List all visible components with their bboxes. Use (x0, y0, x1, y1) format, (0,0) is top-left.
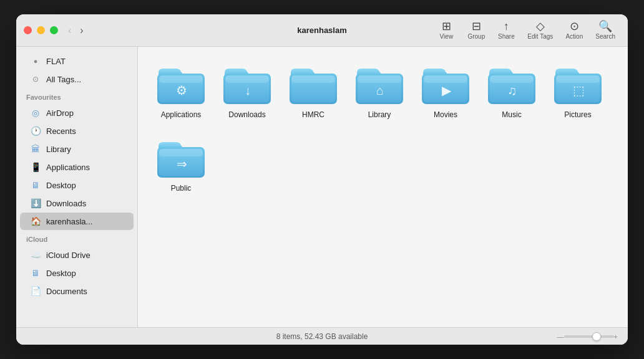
sidebar-item-documents[interactable]: 📄 Documents (20, 282, 134, 300)
file-item-downloads[interactable]: ↓ Downloads (219, 59, 275, 123)
file-name: Downloads (228, 110, 265, 119)
sidebar-item-desktop[interactable]: 🖥 Desktop (20, 176, 134, 194)
file-name: Pictures (564, 110, 591, 119)
svg-text:↓: ↓ (245, 84, 251, 97)
action-button[interactable]: ⊙ Action (560, 18, 588, 42)
desktop-icon: 🖥 (30, 180, 41, 191)
sidebar: ● FLAT ⊙ All Tags... Favourites ◎ AirDro… (16, 47, 138, 327)
tag-icon: ◇ (536, 21, 545, 32)
file-item-hmrc[interactable]: HMRC (285, 59, 341, 123)
applications-label: Applications (46, 163, 90, 172)
toolbar: ⊞ View ⊟ Group ↑ Share ◇ Edit Tags ⊙ Act… (432, 18, 620, 42)
back-button[interactable]: ‹ (66, 24, 74, 37)
file-item-movies[interactable]: ▶ Movies (417, 59, 474, 123)
group-button[interactable]: ⊟ Group (462, 18, 490, 42)
svg-rect-25 (556, 75, 600, 83)
icloud-drive-label: iCloud Drive (46, 251, 90, 260)
sidebar-item-icloud-desktop[interactable]: 🖥 Desktop (20, 264, 134, 282)
minimize-button[interactable] (37, 26, 45, 34)
sidebar-item-downloads[interactable]: ⬇️ Downloads (20, 194, 134, 212)
sidebar-item-flat[interactable]: ● FLAT (20, 52, 134, 70)
svg-text:♫: ♫ (508, 84, 517, 97)
icloud-section: iCloud (16, 231, 137, 246)
folder-icon-hmrc (288, 63, 338, 107)
file-name: Public (171, 184, 192, 193)
sidebar-item-all-tags[interactable]: ⊙ All Tags... (20, 70, 134, 88)
sidebar-item-applications[interactable]: 📱 Applications (20, 158, 134, 176)
traffic-lights (24, 26, 58, 34)
documents-label: Documents (46, 287, 87, 296)
svg-rect-10 (291, 75, 335, 83)
airdrop-label: AirDrop (46, 108, 74, 118)
file-area: ⚙ Applications (138, 47, 628, 327)
sidebar-item-airdrop[interactable]: ◎ AirDrop (20, 104, 134, 122)
svg-text:⇒: ⇒ (177, 157, 187, 171)
downloads-label: Downloads (46, 199, 86, 208)
svg-text:⌂: ⌂ (376, 84, 384, 97)
search-button[interactable]: 🔍 Search (590, 18, 620, 42)
sidebar-item-recents[interactable]: 🕐 Recents (20, 122, 134, 140)
statusbar: 8 items, 52.43 GB available — + (16, 327, 628, 345)
zoom-slider[interactable]: — + (557, 333, 618, 340)
svg-rect-6 (225, 75, 269, 83)
file-item-music[interactable]: ♫ Music (484, 59, 540, 123)
file-item-pictures[interactable]: ⬚ Pictures (550, 59, 606, 123)
finder-window: ‹ › karenhaslam ⊞ View ⊟ Group ↑ Share ◇… (16, 14, 628, 345)
file-name: Applications (161, 110, 202, 119)
slider-thumb[interactable] (592, 332, 601, 341)
folder-icon-music: ♫ (487, 63, 537, 107)
airdrop-icon: ◎ (30, 107, 41, 118)
group-label: Group (467, 33, 485, 40)
file-name: Movies (434, 110, 457, 119)
forward-button[interactable]: › (77, 24, 85, 37)
folder-icon-library: ⌂ (354, 63, 404, 107)
icloud-desktop-icon: 🖥 (30, 267, 41, 279)
sidebar-flat-label: FLAT (46, 57, 66, 66)
view-icon: ⊞ (442, 21, 451, 32)
library-label: Library (46, 145, 71, 154)
file-item-applications[interactable]: ⚙ Applications (153, 59, 209, 123)
statusbar-text: 8 items, 52.43 GB available (276, 332, 368, 341)
recents-icon: 🕐 (30, 125, 41, 136)
icloud-desktop-label: Desktop (46, 269, 76, 278)
edit-tags-button[interactable]: ◇ Edit Tags (522, 18, 558, 42)
slider-track[interactable] (564, 335, 614, 338)
action-label: Action (565, 33, 583, 40)
share-button[interactable]: ↑ Share (492, 18, 520, 42)
search-label: Search (595, 33, 615, 40)
svg-text:▶: ▶ (442, 84, 452, 97)
window-title: karenhaslam (297, 26, 347, 35)
file-item-public[interactable]: ⇒ Public (153, 133, 209, 196)
nav-buttons: ‹ › (66, 24, 86, 37)
folder-icon-pictures: ⬚ (553, 63, 603, 107)
close-button[interactable] (24, 26, 32, 34)
view-button[interactable]: ⊞ View (432, 18, 460, 42)
folder-icon-downloads: ↓ (222, 63, 272, 107)
content-area: ● FLAT ⊙ All Tags... Favourites ◎ AirDro… (16, 47, 628, 327)
sidebar-item-icloud-drive[interactable]: ☁️ iCloud Drive (20, 246, 134, 264)
folder-icon-movies: ▶ (421, 63, 471, 107)
search-icon: 🔍 (598, 21, 612, 32)
file-name: Library (368, 110, 391, 119)
sidebar-item-home[interactable]: 🏠 karenhasla... (20, 213, 134, 230)
file-grid: ⚙ Applications (153, 59, 613, 196)
zoom-in-icon: + (614, 333, 618, 340)
sidebar-item-library[interactable]: 🏛 Library (20, 140, 134, 158)
documents-icon: 📄 (30, 285, 41, 297)
applications-icon: 📱 (30, 161, 41, 173)
folder-icon-public: ⇒ (156, 136, 206, 180)
file-name: HMRC (302, 110, 324, 119)
share-icon: ↑ (504, 21, 509, 32)
group-icon: ⊟ (472, 21, 481, 32)
downloads-icon: ⬇️ (30, 198, 41, 209)
desktop-label: Desktop (46, 181, 76, 190)
svg-text:⚙: ⚙ (176, 84, 187, 97)
view-label: View (440, 33, 454, 40)
home-icon: 🏠 (30, 216, 41, 227)
zoom-out-icon: — (557, 333, 564, 340)
file-item-library[interactable]: ⌂ Library (351, 59, 407, 123)
maximize-button[interactable] (50, 26, 58, 34)
all-tags-icon: ⊙ (30, 74, 41, 85)
flat-dot-icon: ● (30, 55, 41, 67)
svg-rect-21 (490, 75, 534, 83)
